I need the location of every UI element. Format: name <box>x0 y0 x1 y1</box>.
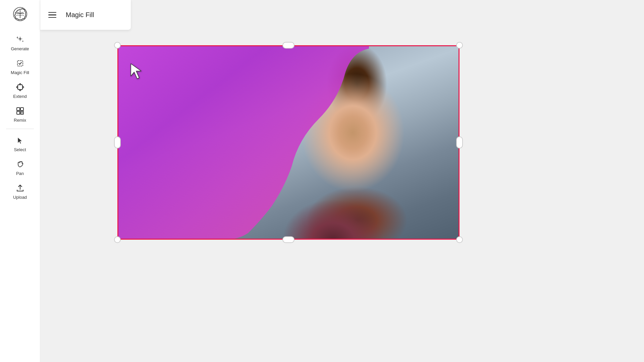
sidebar-item-extend-label: Extend <box>13 94 26 99</box>
sidebar-item-extend[interactable]: Extend <box>0 78 40 102</box>
sidebar-item-remix[interactable]: Remix <box>0 102 40 126</box>
select-cursor-icon <box>15 135 25 146</box>
sidebar: Generate Magic Fill Extend <box>0 0 40 362</box>
page-title: Magic Fill <box>66 11 94 19</box>
resize-handle-bottom-right[interactable] <box>456 236 463 243</box>
resize-handle-top-left[interactable] <box>114 42 121 49</box>
sidebar-item-generate[interactable]: Generate <box>0 31 40 55</box>
extend-icon <box>15 82 25 93</box>
purple-blob-overlay <box>117 45 460 240</box>
sidebar-item-magic-fill-label: Magic Fill <box>11 70 29 75</box>
main-area: Magic Fill <box>40 0 644 362</box>
sidebar-item-magic-fill[interactable]: Magic Fill <box>0 55 40 78</box>
resize-handle-middle-left[interactable] <box>114 136 121 148</box>
sparkles-icon <box>15 34 25 45</box>
sidebar-item-upload-label: Upload <box>13 195 27 200</box>
remix-icon <box>15 106 25 116</box>
canvas-area[interactable] <box>40 0 644 362</box>
hand-icon <box>15 159 25 170</box>
svg-rect-6 <box>20 108 23 111</box>
sidebar-item-generate-label: Generate <box>11 46 29 51</box>
top-bar: Magic Fill <box>40 0 131 30</box>
svg-rect-5 <box>17 108 20 111</box>
upload-icon <box>15 183 25 193</box>
sidebar-item-select-label: Select <box>14 147 26 152</box>
sidebar-divider <box>6 129 34 129</box>
svg-rect-7 <box>17 111 20 114</box>
canvas-image <box>117 45 460 240</box>
magic-fill-icon <box>15 58 25 69</box>
sidebar-item-remix-label: Remix <box>14 118 26 123</box>
resize-handle-top-center[interactable] <box>282 42 294 49</box>
sidebar-item-select[interactable]: Select <box>0 132 40 156</box>
hamburger-menu-button[interactable] <box>48 9 60 21</box>
resize-handle-middle-right[interactable] <box>456 136 463 148</box>
app-logo <box>11 5 29 23</box>
image-container[interactable] <box>117 45 460 240</box>
sidebar-item-pan-label: Pan <box>16 171 24 176</box>
sidebar-item-pan[interactable]: Pan <box>0 156 40 179</box>
sidebar-item-upload[interactable]: Upload <box>0 179 40 203</box>
resize-handle-top-right[interactable] <box>456 42 463 49</box>
resize-handle-bottom-center[interactable] <box>282 236 294 243</box>
resize-handle-bottom-left[interactable] <box>114 236 121 243</box>
svg-rect-3 <box>17 61 23 66</box>
svg-rect-4 <box>18 85 22 89</box>
